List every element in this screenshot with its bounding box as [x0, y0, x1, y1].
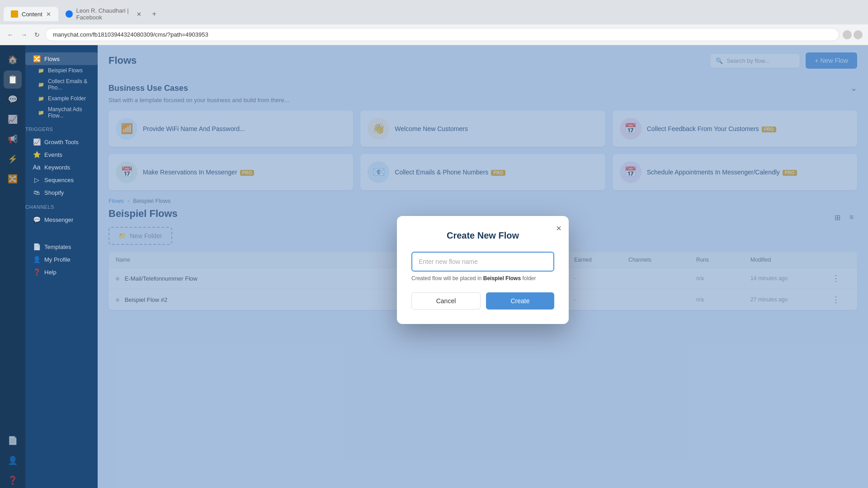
- sidebar-item-my-profile[interactable]: 👤 My Profile: [25, 253, 98, 266]
- tab-content[interactable]: Content ✕: [4, 7, 58, 21]
- sidebar-sub-beispiel-flows[interactable]: 📁 Beispiel Flows: [25, 65, 98, 76]
- tab-close-content[interactable]: ✕: [46, 11, 51, 18]
- flows-icon: 🔀: [33, 55, 41, 62]
- my-profile-icon: 👤: [33, 256, 41, 263]
- growth-tools-icon: 📈: [33, 138, 41, 145]
- sidebar-item-sequences[interactable]: ▷ Sequences: [25, 174, 98, 186]
- sidebar-sub-label-2: Collect Emails & Pho...: [48, 78, 90, 91]
- sidebar-icon-flows[interactable]: 🔀: [4, 170, 22, 188]
- flow-name-input[interactable]: [411, 252, 554, 272]
- events-icon: ⭐: [33, 151, 41, 158]
- sidebar-icon-automation[interactable]: ⚡: [4, 150, 22, 168]
- folder-icon-2: 📁: [38, 82, 44, 88]
- browser-profile-icon: [854, 30, 863, 39]
- sidebar-icon-growth[interactable]: 📈: [4, 110, 22, 128]
- sidebar-item-help[interactable]: ❓ Help: [25, 266, 98, 278]
- keywords-icon: Aa: [33, 164, 41, 171]
- modal-close-button[interactable]: ×: [556, 223, 561, 234]
- sidebar-sub-collect-emails[interactable]: 📁 Collect Emails & Pho...: [25, 76, 98, 93]
- modal-actions: Cancel Create: [411, 292, 554, 310]
- modal-hint-text: Created flow will be placed in: [411, 275, 481, 282]
- sidebar-item-growth-tools[interactable]: 📈 Growth Tools: [25, 136, 98, 148]
- help-icon: ❓: [33, 268, 41, 276]
- messenger-icon: 💬: [33, 216, 41, 223]
- browser-chrome: Content ✕ Leon R. Chaudhari | Facebook ✕…: [0, 0, 868, 45]
- tab-facebook-icon: [66, 10, 73, 18]
- new-tab-button[interactable]: +: [149, 8, 160, 20]
- modal-hint: Created flow will be placed in Beispiel …: [411, 275, 554, 282]
- channels-section-title: Channels: [25, 204, 98, 210]
- sidebar-messenger-label: Messenger: [44, 216, 73, 223]
- browser-actions: [843, 30, 863, 39]
- sidebar-sub-label-4: Manychat Ads Flow...: [48, 106, 90, 119]
- back-button[interactable]: ←: [5, 29, 15, 40]
- sequences-icon: ▷: [33, 176, 41, 183]
- sidebar-icon-templates[interactable]: 📄: [4, 432, 22, 450]
- tab-close-facebook[interactable]: ✕: [137, 11, 142, 18]
- sidebar-item-templates[interactable]: 📄 Templates: [25, 240, 98, 253]
- sidebar-icons: 🏠 📋 💬 📈 📢 ⚡ 🔀 📄 👤 ❓: [0, 45, 25, 488]
- folder-icon-3: 📁: [38, 96, 44, 102]
- sidebar-events-label: Events: [44, 151, 62, 158]
- browser-toolbar: ← → ↻ manychat.com/fb18103944324080309/c…: [0, 24, 868, 45]
- sidebar-growth-tools-label: Growth Tools: [44, 139, 79, 145]
- sidebar-sub-label-1: Beispiel Flows: [48, 67, 83, 74]
- sidebar-sub-label-3: Example Folder: [48, 95, 86, 102]
- tab-facebook-label: Leon R. Chaudhari | Facebook: [76, 7, 133, 21]
- app: 🏠 📋 💬 📈 📢 ⚡ 🔀 📄 👤 ❓ 🔀 Flows 📁 Beispiel F…: [0, 45, 868, 488]
- sidebar-shopify-label: Shopify: [44, 189, 64, 196]
- sidebar-icon-broadcast[interactable]: 📢: [4, 130, 22, 148]
- sidebar-item-keywords[interactable]: Aa Keywords: [25, 161, 98, 174]
- sidebar-sub-example-folder[interactable]: 📁 Example Folder: [25, 93, 98, 104]
- create-button[interactable]: Create: [486, 292, 554, 310]
- refresh-button[interactable]: ↻: [33, 29, 42, 40]
- sidebar-item-messenger[interactable]: 💬 Messenger: [25, 213, 98, 226]
- modal-hint-folder: Beispiel Flows: [483, 275, 521, 282]
- sidebar-item-events[interactable]: ⭐ Events: [25, 148, 98, 161]
- tab-content-icon: [11, 10, 18, 18]
- cancel-button[interactable]: Cancel: [411, 292, 481, 310]
- url-bar[interactable]: manychat.com/fb18103944324080309/cms/?pa…: [45, 28, 839, 41]
- sidebar-nav: 🔀 Flows 📁 Beispiel Flows 📁 Collect Email…: [25, 45, 98, 488]
- modal-overlay: × Create New Flow Created flow will be p…: [98, 45, 868, 488]
- main-content: Flows 🔍 Search by flow... + New Flow Bus…: [98, 45, 868, 488]
- sidebar-icon-content[interactable]: 📋: [4, 70, 22, 89]
- modal-hint-suffix: folder: [522, 275, 536, 282]
- sidebar-icon-help[interactable]: ❓: [4, 471, 22, 488]
- sidebar-help-label: Help: [44, 269, 57, 276]
- tab-content-label: Content: [22, 11, 42, 18]
- sidebar-sequences-label: Sequences: [44, 177, 74, 183]
- sidebar-icon-profile[interactable]: 👤: [4, 451, 22, 469]
- sidebar-icon-home[interactable]: 🏠: [4, 51, 22, 69]
- shopify-icon: 🛍: [33, 189, 41, 196]
- modal-title: Create New Flow: [411, 230, 554, 241]
- tab-facebook[interactable]: Leon R. Chaudhari | Facebook ✕: [58, 4, 149, 24]
- sidebar-item-shopify[interactable]: 🛍 Shopify: [25, 186, 98, 199]
- forward-button[interactable]: →: [19, 29, 29, 40]
- create-flow-modal: × Create New Flow Created flow will be p…: [397, 216, 569, 324]
- sidebar-sub-manychat-ads[interactable]: 📁 Manychat Ads Flow...: [25, 104, 98, 121]
- sidebar-icon-chat[interactable]: 💬: [4, 90, 22, 108]
- folder-icon-4: 📁: [38, 110, 44, 116]
- browser-tabs: Content ✕ Leon R. Chaudhari | Facebook ✕…: [0, 0, 868, 24]
- folder-icon-1: 📁: [38, 68, 44, 74]
- templates-icon: 📄: [33, 243, 41, 250]
- sidebar-profile-label: My Profile: [44, 256, 71, 263]
- sidebar-keywords-label: Keywords: [44, 164, 70, 171]
- sidebar-templates-label: Templates: [44, 244, 71, 250]
- sidebar-flows-label: Flows: [44, 56, 60, 62]
- browser-extension-icon: [843, 30, 852, 39]
- triggers-section-title: Triggers: [25, 127, 98, 132]
- sidebar-item-flows[interactable]: 🔀 Flows: [25, 52, 98, 65]
